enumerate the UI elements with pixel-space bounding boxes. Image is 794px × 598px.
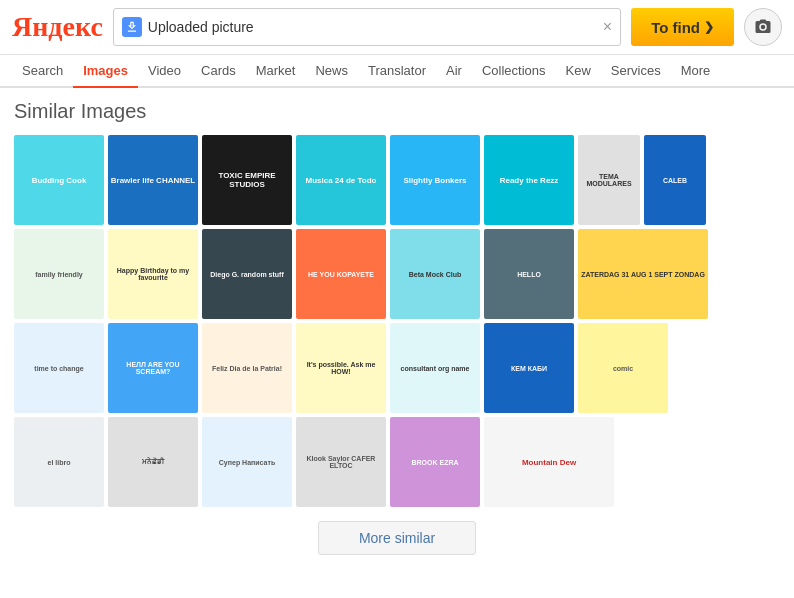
- list-item[interactable]: Happy Birthday to my favourite: [108, 229, 198, 319]
- list-item[interactable]: CALEB: [644, 135, 706, 225]
- nav-market[interactable]: Market: [246, 55, 306, 86]
- list-item[interactable]: Ready the Rezz: [484, 135, 574, 225]
- list-item[interactable]: Mountain Dew: [484, 417, 614, 507]
- list-item[interactable]: consultant org name: [390, 323, 480, 413]
- list-item[interactable]: It's possible. Ask me HOW!: [296, 323, 386, 413]
- nav-bar: Search Images Video Cards Market News Tr…: [0, 55, 794, 88]
- search-bar: Uploaded picture ×: [113, 8, 621, 46]
- section-title: Similar Images: [14, 100, 780, 123]
- nav-more[interactable]: More: [671, 55, 721, 86]
- list-item[interactable]: family friendly: [14, 229, 104, 319]
- camera-button[interactable]: [744, 8, 782, 46]
- nav-kew[interactable]: Kew: [556, 55, 601, 86]
- more-similar-button[interactable]: More similar: [318, 521, 476, 555]
- list-item[interactable]: Diego G. random stuff: [202, 229, 292, 319]
- main-content: Similar Images Budding Cook Brawler life…: [0, 88, 794, 575]
- nav-translator[interactable]: Translator: [358, 55, 436, 86]
- list-item[interactable]: Klook Saylor CAFER ELTOC: [296, 417, 386, 507]
- nav-news[interactable]: News: [305, 55, 358, 86]
- list-item[interactable]: el libro: [14, 417, 104, 507]
- list-item[interactable]: Brawler life CHANNEL: [108, 135, 198, 225]
- list-item[interactable]: TOXIC EMPIRE STUDIOS: [202, 135, 292, 225]
- upload-svg: [125, 20, 139, 34]
- list-item[interactable]: ਮਨੇ ਛੋਡੀ: [108, 417, 198, 507]
- nav-collections[interactable]: Collections: [472, 55, 556, 86]
- nav-air[interactable]: Air: [436, 55, 472, 86]
- nav-services[interactable]: Services: [601, 55, 671, 86]
- list-item[interactable]: Feliz Dia de la Patria!: [202, 323, 292, 413]
- image-row-4: el libro ਮਨੇ ਛੋਡੀ Супер Написать Klook S…: [14, 417, 780, 507]
- header: Яндекс Uploaded picture × To find: [0, 0, 794, 55]
- list-item[interactable]: Musica 24 de Todo: [296, 135, 386, 225]
- clear-search-button[interactable]: ×: [603, 18, 612, 36]
- list-item[interactable]: HELLO: [484, 229, 574, 319]
- nav-video[interactable]: Video: [138, 55, 191, 86]
- nav-images[interactable]: Images: [73, 55, 138, 88]
- more-similar-row: More similar: [14, 521, 780, 555]
- camera-icon: [754, 18, 772, 36]
- list-item[interactable]: Slightly Bonkers: [390, 135, 480, 225]
- logo: Яндекс: [12, 11, 103, 43]
- list-item[interactable]: ZATERDAG 31 AUG 1 SEPT ZONDAG: [578, 229, 708, 319]
- image-row-1: Budding Cook Brawler life CHANNEL TOXIC …: [14, 135, 780, 225]
- to-find-button[interactable]: To find: [631, 8, 734, 46]
- upload-icon: [122, 17, 142, 37]
- search-bar-value: Uploaded picture: [148, 19, 597, 35]
- list-item[interactable]: Beta Mock Club: [390, 229, 480, 319]
- list-item[interactable]: КЕМ КАБИ: [484, 323, 574, 413]
- list-item[interactable]: Budding Cook: [14, 135, 104, 225]
- list-item[interactable]: НЕЛЛ ARE YOU SCREAM?: [108, 323, 198, 413]
- image-row-3: time to change НЕЛЛ ARE YOU SCREAM? Feli…: [14, 323, 780, 413]
- list-item[interactable]: comic: [578, 323, 668, 413]
- image-row-2: family friendly Happy Birthday to my fav…: [14, 229, 780, 319]
- nav-search[interactable]: Search: [12, 55, 73, 86]
- list-item[interactable]: Супер Написать: [202, 417, 292, 507]
- list-item[interactable]: time to change: [14, 323, 104, 413]
- list-item[interactable]: TEMA MODULARES: [578, 135, 640, 225]
- list-item[interactable]: BROOK EZRA: [390, 417, 480, 507]
- list-item[interactable]: HE YOU KOPAYETE: [296, 229, 386, 319]
- logo-text: Яндекс: [12, 11, 103, 42]
- nav-cards[interactable]: Cards: [191, 55, 246, 86]
